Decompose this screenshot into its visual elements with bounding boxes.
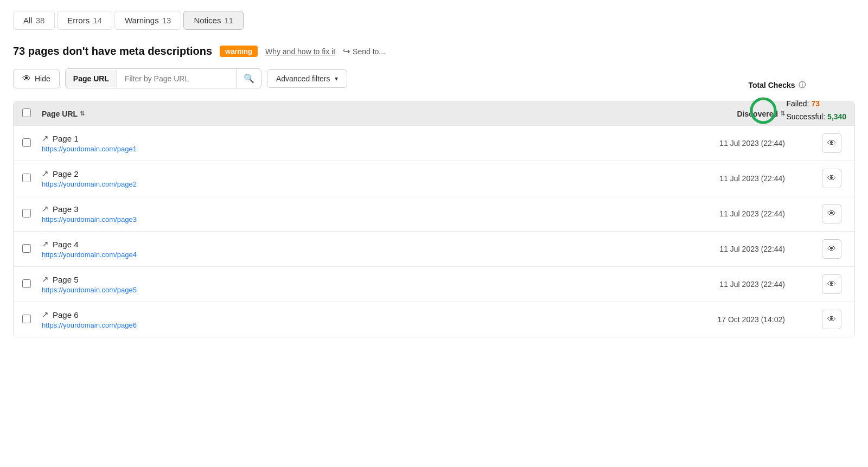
successful-count: 5,340 [827,112,846,121]
external-link-icon: ↗ [42,274,49,284]
external-link-icon: ↗ [42,204,49,214]
hide-button[interactable]: 👁 Hide [13,69,60,88]
search-button[interactable]: 🔍 [237,69,261,88]
select-all-checkbox[interactable] [22,108,31,117]
tab-label: All [23,16,33,25]
eye-icon: 👁 [827,209,836,219]
advanced-filters-button[interactable]: Advanced filters ▾ [267,69,347,88]
cell-action-2: 👁 [818,204,846,223]
row-checkbox[interactable] [22,209,31,217]
external-link-icon: ↗ [42,169,49,178]
donut-chart [748,95,778,126]
page-name-1: ↗ Page 2 [42,169,687,178]
tab-all[interactable]: All 38 [13,11,55,30]
chevron-down-icon: ▾ [335,75,338,82]
sort-icon[interactable]: ⇅ [80,110,85,117]
cell-action-5: 👁 [818,310,846,329]
row-checkbox[interactable] [22,244,31,253]
cell-discovered-0: 11 Jul 2023 (22:44) [687,139,818,148]
view-page-button[interactable]: 👁 [822,310,841,329]
cell-url-0: ↗ Page 1 https://yourdomain.com/page1 [42,133,687,153]
cell-discovered-4: 11 Jul 2023 (22:44) [687,280,818,289]
page-url-link[interactable]: https://yourdomain.com/page5 [42,286,687,294]
table-row: ↗ Page 6 https://yourdomain.com/page6 17… [14,302,854,337]
tab-count: 13 [162,16,171,25]
checks-text: Failed: 73 Successful: 5,340 [786,98,846,124]
send-to-button[interactable]: ↪ Send to... [343,46,385,56]
page-name-2: ↗ Page 3 [42,204,687,214]
view-page-button[interactable]: 👁 [822,133,841,153]
cell-discovered-3: 11 Jul 2023 (22:44) [687,245,818,253]
page-name-text: Page 1 [53,134,79,143]
filter-label: Page URL [66,70,117,87]
table-header: Page URL ⇅ Discovered ⇅ [14,102,854,125]
cell-discovered-2: 11 Jul 2023 (22:44) [687,209,818,218]
cell-discovered-1: 11 Jul 2023 (22:44) [687,174,818,183]
view-page-button[interactable]: 👁 [822,169,841,188]
failed-line: Failed: 73 [786,98,846,111]
table-row: ↗ Page 1 https://yourdomain.com/page1 11… [14,125,854,161]
view-page-button[interactable]: 👁 [822,204,841,223]
row-checkbox-2 [22,209,42,219]
tab-warnings[interactable]: Warnings 13 [114,11,182,30]
table-row: ↗ Page 5 https://yourdomain.com/page5 11… [14,266,854,302]
row-checkbox-4 [22,279,42,290]
send-to-label: Send to... [353,47,385,56]
cell-action-4: 👁 [818,274,846,294]
tab-label: Notices [194,16,221,25]
successful-label: Successful: [786,112,825,121]
tab-label: Errors [67,16,90,25]
cell-url-5: ↗ Page 6 https://yourdomain.com/page6 [42,310,687,329]
eye-icon: 👁 [827,174,836,183]
results-table: Page URL ⇅ Discovered ⇅ ↗ Page 1 https:/… [13,101,855,337]
view-page-button[interactable]: 👁 [822,239,841,259]
row-checkbox[interactable] [22,279,31,288]
page-name-text: Page 6 [53,310,79,319]
row-checkbox[interactable] [22,138,31,147]
table-row: ↗ Page 2 https://yourdomain.com/page2 11… [14,161,854,196]
eye-icon: 👁 [827,315,836,324]
tab-errors[interactable]: Errors 14 [57,11,112,30]
table-body: ↗ Page 1 https://yourdomain.com/page1 11… [14,125,854,337]
page-url-link[interactable]: https://yourdomain.com/page4 [42,251,687,259]
page-url-link[interactable]: https://yourdomain.com/page1 [42,145,687,153]
page-url-link[interactable]: https://yourdomain.com/page6 [42,321,687,329]
external-link-icon: ↗ [42,133,49,143]
cell-url-4: ↗ Page 5 https://yourdomain.com/page5 [42,274,687,294]
header-checkbox-col [22,108,42,119]
page-name-text: Page 3 [53,204,79,214]
url-col-label: Page URL ⇅ [42,110,687,118]
view-page-button[interactable]: 👁 [822,274,841,294]
hide-label: Hide [35,74,50,83]
successful-line: Successful: 5,340 [786,111,846,124]
tab-count: 38 [36,16,45,25]
checks-body: Failed: 73 Successful: 5,340 [748,95,846,126]
tab-notices[interactable]: Notices 11 [183,11,244,30]
warning-badge: warning [220,46,258,57]
issue-heading-row: 73 pages don't have meta descriptions wa… [13,45,855,57]
header-url-col: Page URL ⇅ [42,110,687,118]
cell-discovered-5: 17 Oct 2023 (14:02) [687,315,818,324]
info-icon[interactable]: ⓘ [799,80,806,90]
page-url-link[interactable]: https://yourdomain.com/page3 [42,215,687,223]
url-col-text: Page URL [42,110,78,118]
cell-url-3: ↗ Page 4 https://yourdomain.com/page4 [42,239,687,259]
row-checkbox[interactable] [22,174,31,182]
eye-icon: 👁 [827,244,836,254]
page-url-input[interactable] [117,70,237,87]
row-checkbox[interactable] [22,315,31,323]
cell-url-1: ↗ Page 2 https://yourdomain.com/page2 [42,169,687,188]
page-url-link[interactable]: https://yourdomain.com/page2 [42,180,687,188]
fix-link[interactable]: Why and how to fix it [265,47,335,56]
page-name-text: Page 4 [53,240,79,249]
search-icon: 🔍 [244,74,254,83]
eye-icon: 👁 [827,279,836,289]
external-link-icon: ↗ [42,310,49,319]
page-name-text: Page 5 [53,275,79,284]
page-name-4: ↗ Page 5 [42,274,687,284]
failed-label: Failed: [786,99,809,108]
total-checks-header: Total Checks ⓘ [748,80,846,90]
advanced-filters-label: Advanced filters [276,74,330,83]
page-name-5: ↗ Page 6 [42,310,687,319]
row-checkbox-0 [22,138,42,149]
